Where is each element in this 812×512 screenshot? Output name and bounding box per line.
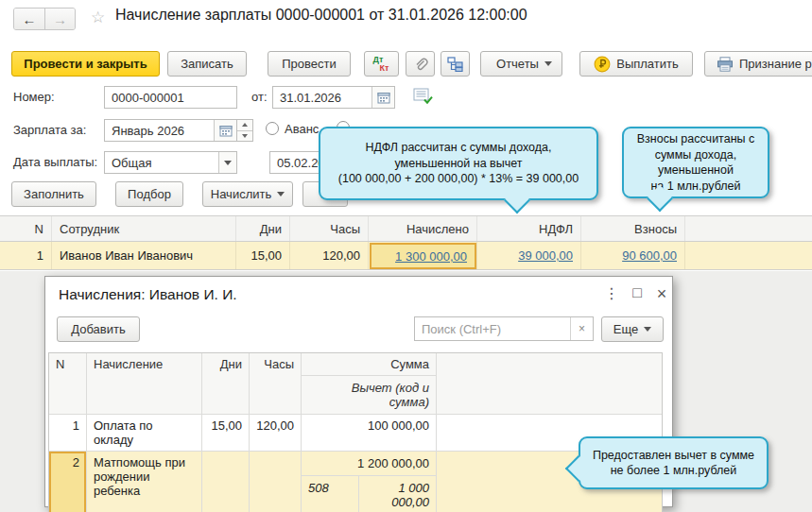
ruble-coin-icon bbox=[594, 56, 611, 73]
table-row[interactable]: 1 Оплата по окладу 15,00 120,00 100 000,… bbox=[49, 415, 662, 452]
payout-kind-dropdown-button[interactable] bbox=[218, 152, 236, 173]
document-check-icon[interactable] bbox=[413, 88, 433, 105]
cell-deduction-code[interactable]: 508 bbox=[302, 476, 359, 512]
cell-sum[interactable]: 1 200 000,00 bbox=[302, 452, 436, 476]
cell-hours[interactable]: 120,00 bbox=[250, 415, 302, 452]
favorite-star-icon[interactable]: ☆ bbox=[91, 8, 105, 27]
accrue-button[interactable]: Начислить bbox=[202, 181, 293, 207]
table-row[interactable]: 2 Матпомощь при рождении ребенка 1 200 0… bbox=[49, 452, 662, 512]
chevron-down-icon bbox=[277, 192, 285, 196]
recognition-print-button[interactable]: Признание р bbox=[704, 51, 812, 77]
col-days: Дни bbox=[236, 216, 290, 241]
cell-spacer bbox=[685, 242, 812, 269]
cell-n[interactable]: 1 bbox=[49, 415, 87, 452]
cell-days[interactable] bbox=[202, 452, 250, 512]
doc-date-calendar-button[interactable] bbox=[371, 87, 394, 108]
accrued-link[interactable]: 1 300 000,00 bbox=[395, 249, 467, 264]
dialog-menu-button[interactable]: ⋮ bbox=[601, 284, 622, 302]
recognition-label: Признание р bbox=[739, 57, 812, 71]
pick-button[interactable]: Подбор bbox=[115, 181, 183, 207]
post-and-close-label: Провести и закрыть bbox=[24, 57, 147, 71]
search-input[interactable] bbox=[415, 317, 570, 340]
contributions-link[interactable]: 90 600,00 bbox=[622, 248, 677, 263]
search-clear-button[interactable]: × bbox=[570, 317, 593, 340]
dialog-close-button[interactable]: × bbox=[651, 284, 672, 304]
clear-icon: × bbox=[579, 322, 585, 335]
spinner-down-button[interactable] bbox=[237, 130, 252, 142]
accruals-table-header: N Начисление Дни Часы Сумма Вычет (код и… bbox=[49, 353, 662, 415]
fill-label: Заполнить bbox=[24, 187, 84, 201]
cell-accrual[interactable]: Оплата по окладу bbox=[87, 415, 202, 452]
chevron-down-icon bbox=[544, 61, 552, 66]
doc-date-input[interactable] bbox=[273, 87, 371, 108]
chevron-down-icon bbox=[224, 161, 232, 165]
cell-sum[interactable]: 100 000,00 bbox=[302, 415, 437, 452]
write-label: Записать bbox=[181, 57, 233, 71]
add-label: Добавить bbox=[71, 322, 125, 336]
spinner-up-button[interactable] bbox=[237, 120, 252, 130]
calendar-icon bbox=[219, 125, 233, 137]
payout-kind-combo[interactable] bbox=[104, 151, 237, 174]
col-accrual: Начисление bbox=[87, 353, 202, 415]
calendar-icon bbox=[377, 92, 390, 104]
page-title: Начисление зарплаты 0000-000001 от 31.01… bbox=[115, 7, 527, 24]
post-and-close-button[interactable]: Провести и закрыть bbox=[11, 51, 160, 77]
col-days: Дни bbox=[202, 353, 250, 415]
cell-n[interactable]: 2 bbox=[49, 452, 87, 512]
cell-contributions[interactable]: 90 600,00 bbox=[581, 242, 685, 269]
more-button[interactable]: Еще bbox=[601, 316, 664, 342]
spinner-down-icon bbox=[242, 134, 248, 138]
cell-deduction-sum[interactable]: 1 000 000,00 bbox=[359, 476, 436, 512]
period-field-wrap bbox=[104, 119, 237, 142]
reports-button[interactable]: Отчеты bbox=[480, 51, 562, 77]
reports-label: Отчеты bbox=[496, 57, 539, 71]
cell-accrual[interactable]: Матпомощь при рождении ребенка bbox=[87, 452, 202, 512]
period-calendar-button[interactable] bbox=[214, 120, 236, 141]
cell-hours[interactable]: 120,00 bbox=[290, 242, 369, 269]
cell-employee[interactable]: Иванов Иван Иванович bbox=[52, 242, 236, 269]
period-input[interactable] bbox=[105, 120, 214, 141]
write-button[interactable]: Записать bbox=[167, 51, 247, 77]
accrued-selected-cell[interactable]: 1 300 000,00 bbox=[370, 243, 476, 269]
employees-table-header: N Сотрудник Дни Часы Начислено НДФЛ Взно… bbox=[0, 215, 812, 242]
cell-ndfl[interactable]: 39 000,00 bbox=[477, 242, 581, 269]
callout-tail bbox=[504, 187, 530, 213]
cell-hours[interactable] bbox=[250, 452, 302, 512]
back-button[interactable]: ← bbox=[14, 9, 44, 29]
period-label: Зарплата за: bbox=[13, 123, 86, 137]
accruals-table: N Начисление Дни Часы Сумма Вычет (код и… bbox=[48, 352, 663, 512]
doc-date-field-wrap bbox=[272, 86, 395, 109]
pay-button[interactable]: Выплатить bbox=[579, 51, 693, 77]
number-label: Номер: bbox=[13, 90, 55, 104]
related-documents-button[interactable] bbox=[441, 51, 470, 77]
forward-button[interactable]: → bbox=[44, 9, 75, 29]
col-employee: Сотрудник bbox=[52, 216, 236, 241]
forward-arrow-icon: → bbox=[53, 11, 67, 27]
number-input[interactable] bbox=[105, 87, 236, 108]
cell-days[interactable]: 15,00 bbox=[202, 415, 250, 452]
deduction-callout: Предоставлен вычет в сумме не более 1 мл… bbox=[579, 436, 769, 489]
maximize-icon: □ bbox=[632, 284, 642, 300]
nav-history-group: ← → bbox=[13, 8, 76, 30]
add-button[interactable]: Добавить bbox=[57, 316, 140, 342]
payout-kind-input[interactable] bbox=[105, 152, 218, 173]
dt-kt-postings-button[interactable]: ДтКт bbox=[364, 51, 399, 77]
search-box: × bbox=[414, 316, 594, 341]
col-hours: Часы bbox=[250, 353, 302, 415]
dialog-maximize-button[interactable]: □ bbox=[627, 284, 648, 301]
pay-label: Выплатить bbox=[616, 57, 679, 71]
col-spacer bbox=[685, 216, 812, 241]
cell-n[interactable]: 1 bbox=[0, 242, 52, 269]
contributions-callout-text: Взносы рассчитаны с суммы дохода, уменьш… bbox=[637, 131, 755, 194]
contributions-callout: Взносы рассчитаны с суммы дохода, уменьш… bbox=[622, 127, 769, 198]
advance-radio[interactable] bbox=[266, 122, 279, 135]
post-button[interactable]: Провести bbox=[268, 51, 351, 77]
fill-button[interactable]: Заполнить bbox=[11, 181, 96, 207]
ndfl-link[interactable]: 39 000,00 bbox=[518, 248, 573, 263]
col-n: N bbox=[0, 216, 52, 241]
cell-days[interactable]: 15,00 bbox=[236, 242, 290, 269]
attachments-button[interactable] bbox=[406, 51, 435, 77]
col-deduction: Вычет (код и сумма) bbox=[302, 376, 436, 414]
more-label: Еще bbox=[613, 322, 638, 336]
deduction-callout-text: Предоставлен вычет в сумме не более 1 мл… bbox=[593, 448, 754, 479]
